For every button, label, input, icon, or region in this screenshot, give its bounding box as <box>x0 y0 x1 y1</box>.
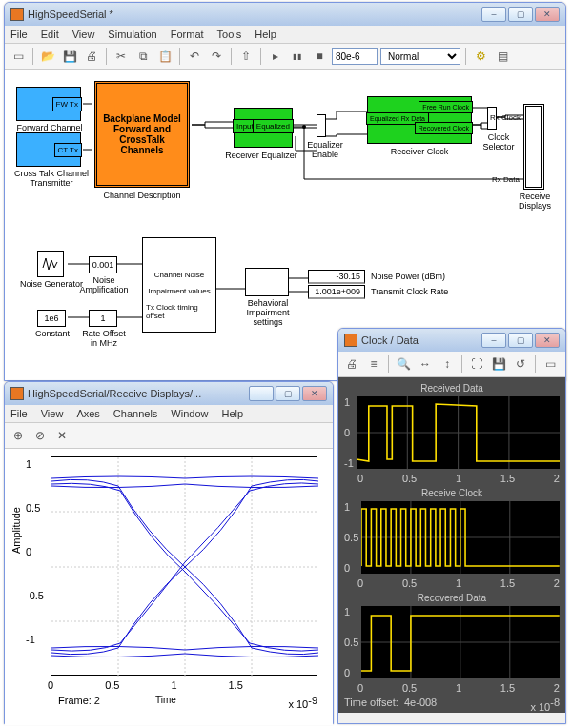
autoscale-icon[interactable]: ✕ <box>52 426 72 445</box>
port-rx-clock: Rx Clock <box>490 113 521 122</box>
zoom-in-icon[interactable]: ⊕ <box>9 426 28 445</box>
main-title: HighSpeedSerial * <box>28 9 478 20</box>
print-icon[interactable]: 🖨 <box>82 47 101 66</box>
eye-plot[interactable] <box>51 456 317 676</box>
app-icon <box>10 8 24 21</box>
eye-frame-label: Frame: <box>58 695 92 706</box>
menu-view[interactable]: View <box>41 408 64 419</box>
display-noise-pwr[interactable]: -30.15 <box>308 270 365 284</box>
app-icon <box>344 334 358 347</box>
eye-title: HighSpeedSerial/Receive Displays/... <box>28 388 245 399</box>
paste-icon[interactable]: 📋 <box>155 47 174 66</box>
scope-plot-0[interactable] <box>357 396 560 469</box>
scope-plot-title-2: Recovered Data <box>344 593 560 603</box>
port-fw-tx: FW Tx <box>52 97 82 111</box>
display-tx-rate[interactable]: 1.001e+009 <box>308 285 365 299</box>
stop-icon[interactable]: ■ <box>310 47 329 66</box>
pause-icon[interactable]: ▮▮ <box>288 47 307 66</box>
label-rcv-clk: Receiver Clock <box>377 147 462 156</box>
block-impair[interactable]: Channel Noise Impairment values Tx Clock… <box>142 237 216 333</box>
label-rx-eq: Receiver Equalizer <box>209 151 314 160</box>
autoscale-icon[interactable]: ⛶ <box>467 354 486 374</box>
menu-window[interactable]: Window <box>171 408 208 419</box>
close-button[interactable]: ✕ <box>535 333 560 348</box>
menu-help[interactable]: Help <box>221 408 243 419</box>
float-icon[interactable]: ▭ <box>541 354 560 374</box>
menu-file[interactable]: File <box>10 29 28 40</box>
scope-plot-title-1: Receive Clock <box>344 488 560 498</box>
save-config-icon[interactable]: 💾 <box>489 354 508 374</box>
eye-titlebar[interactable]: HighSpeedSerial/Receive Displays/... – ▢… <box>5 382 333 405</box>
menu-format[interactable]: Format <box>171 29 204 40</box>
block-rcv-clk[interactable]: Equalized Rx Data Free Run Clock Recover… <box>367 96 472 144</box>
eye-toolbar: ⊕ ⊘ ✕ <box>5 423 333 449</box>
block-behav-bus[interactable] <box>245 268 289 296</box>
block-noise-amp[interactable]: 0.001 <box>89 256 117 273</box>
zoom-x-icon[interactable]: ⊘ <box>31 426 50 445</box>
block-rx-eq[interactable]: Input Equalized <box>234 108 293 148</box>
label-ct-ch-trans: Cross Talk Channel Transmitter <box>8 169 95 188</box>
print-icon[interactable]: 🖨 <box>342 354 361 374</box>
menu-channels[interactable]: Channels <box>113 408 157 419</box>
play-icon[interactable]: ▸ <box>266 47 285 66</box>
build-icon[interactable]: ⚙ <box>471 47 490 66</box>
close-button[interactable]: ✕ <box>302 386 327 401</box>
menu-file[interactable]: File <box>10 408 28 419</box>
menu-simulation[interactable]: Simulation <box>108 29 156 40</box>
zoom-x-icon[interactable]: ↔ <box>416 354 435 374</box>
open-icon[interactable]: 📂 <box>38 47 57 66</box>
library-icon[interactable]: ▤ <box>493 47 512 66</box>
close-button[interactable]: ✕ <box>535 7 560 22</box>
save-icon[interactable]: 💾 <box>60 47 79 66</box>
svg-point-0 <box>302 125 306 129</box>
block-ct-tx[interactable]: CT Tx <box>16 132 81 167</box>
scope-plot-2[interactable] <box>361 606 560 678</box>
label-rate-off: Rate Offset in MHz <box>79 329 129 348</box>
label-tx-rate: Transmit Clock Rate <box>371 287 466 296</box>
port-rcv-clk-out1: Free Run Clock <box>419 101 473 113</box>
menu-axes[interactable]: Axes <box>76 408 99 419</box>
label-ch-desc: Channel Description <box>100 191 184 200</box>
scope-titlebar[interactable]: Clock / Data – ▢ ✕ <box>338 329 565 352</box>
block-const[interactable]: 1e6 <box>37 310 66 327</box>
block-fwd-tx[interactable]: FW Tx <box>16 87 81 121</box>
menu-tools[interactable]: Tools <box>217 29 242 40</box>
label-rx-disp: Receive Displays <box>513 192 557 211</box>
maximize-button[interactable]: ▢ <box>508 333 533 348</box>
copy-icon[interactable]: ⧉ <box>133 47 153 66</box>
block-backplane[interactable]: Backplane Model Forward and CrossTalk Ch… <box>94 81 190 188</box>
menu-view[interactable]: View <box>72 29 95 40</box>
redo-icon[interactable]: ↷ <box>207 47 226 66</box>
block-noise-gen[interactable] <box>37 251 64 277</box>
cut-icon[interactable]: ✂ <box>112 47 131 66</box>
label-noise-pwr: Noise Power (dBm) <box>371 272 466 281</box>
zoom-y-icon[interactable]: ↕ <box>438 354 457 374</box>
zoom-icon[interactable]: 🔍 <box>394 354 413 374</box>
new-model-icon[interactable]: ▭ <box>9 47 28 66</box>
menu-help[interactable]: Help <box>255 29 276 40</box>
stop-time-input[interactable] <box>332 48 378 65</box>
maximize-button[interactable]: ▢ <box>508 7 533 22</box>
main-toolbar: ▭ 📂 💾 🖨 ✂ ⧉ 📋 ↶ ↷ ⇧ ▸ ▮▮ ■ Normal ⚙ ▤ <box>5 44 565 70</box>
port-impair: Impairment values <box>148 287 210 295</box>
block-rx-disp[interactable]: Rx Clock Rx Data <box>523 104 544 190</box>
maximize-button[interactable]: ▢ <box>276 386 300 401</box>
menu-edit[interactable]: Edit <box>41 29 59 40</box>
params-icon[interactable]: ≡ <box>364 354 383 374</box>
main-titlebar[interactable]: HighSpeedSerial * – ▢ ✕ <box>5 3 565 26</box>
sim-mode-select[interactable]: Normal <box>380 48 460 65</box>
scope-footer-label: Time offset: <box>344 697 398 708</box>
minimize-button[interactable]: – <box>481 7 506 22</box>
nav-up-icon[interactable]: ⇧ <box>236 47 255 66</box>
scope-title: Clock / Data <box>361 334 478 346</box>
eye-frame-value: 2 <box>94 695 100 706</box>
minimize-button[interactable]: – <box>249 386 274 401</box>
scope-plot-1[interactable] <box>361 501 560 574</box>
restore-icon[interactable]: ↺ <box>511 354 530 374</box>
minimize-button[interactable]: – <box>481 333 506 348</box>
label-const: Constant <box>31 329 73 338</box>
undo-icon[interactable]: ↶ <box>185 47 204 66</box>
block-eq-switch[interactable] <box>317 114 326 137</box>
block-rate[interactable]: 1 <box>89 310 117 327</box>
scope-toolbar: 🖨 ≡ 🔍 ↔ ↕ ⛶ 💾 ↺ ▭ <box>338 352 565 377</box>
